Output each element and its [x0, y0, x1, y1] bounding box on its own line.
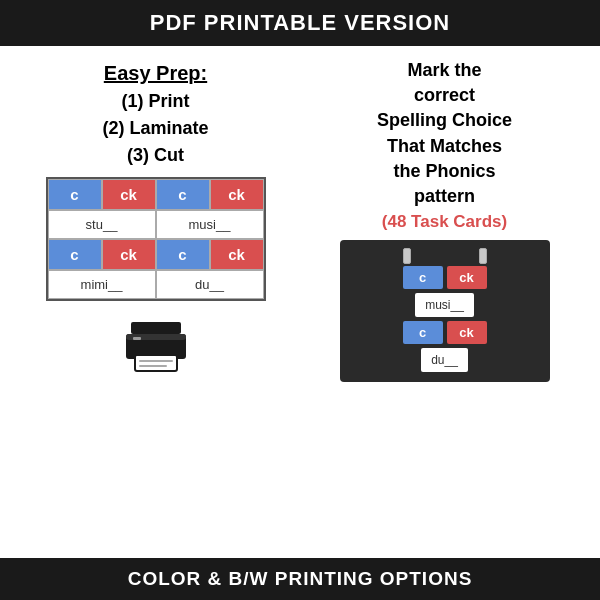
left-column: Easy Prep: (1) Print (2) Laminate (3) Cu… [16, 58, 295, 524]
cell-c4: c [156, 239, 210, 270]
photo-row-2: c ck [350, 321, 540, 344]
photo-cell-c2: c [403, 321, 443, 344]
right-column: Mark the correct Spelling Choice That Ma… [305, 58, 584, 524]
svg-rect-3 [133, 337, 141, 340]
clip-row [369, 250, 521, 264]
grid-row-3: c ck c ck [48, 239, 264, 270]
cell-c3: c [48, 239, 102, 270]
printer-icon [121, 317, 191, 381]
svg-rect-0 [131, 322, 181, 334]
bottom-banner: Color & B/W Printing Options [0, 558, 600, 600]
cell-ck4: ck [210, 239, 264, 270]
word-du: du__ [156, 270, 264, 299]
word-stu: stu__ [48, 210, 156, 239]
card-grid: c ck c ck stu__ musi__ c ck c ck mimi__ … [46, 177, 266, 301]
cell-ck1: ck [102, 179, 156, 210]
photo-word-row-2: du__ [350, 348, 540, 372]
clip-right [479, 248, 487, 264]
photo-word-du: du__ [421, 348, 468, 372]
cell-c2: c [156, 179, 210, 210]
grid-row-2: stu__ musi__ [48, 210, 264, 239]
photo-cell-c1: c [403, 266, 443, 289]
photo-cards: c ck musi__ c ck du__ [350, 266, 540, 372]
photo-mockup: c ck musi__ c ck du__ [340, 240, 550, 382]
photo-cell-ck1: ck [447, 266, 487, 289]
grid-row-1: c ck c ck [48, 179, 264, 210]
svg-rect-6 [139, 365, 167, 367]
svg-rect-4 [135, 355, 177, 371]
easy-prep-text: Easy Prep: (1) Print (2) Laminate (3) Cu… [102, 58, 208, 169]
photo-row-1: c ck [350, 266, 540, 289]
word-mimi: mimi__ [48, 270, 156, 299]
grid-row-4: mimi__ du__ [48, 270, 264, 299]
right-title: Mark the correct Spelling Choice That Ma… [377, 58, 512, 234]
cell-ck3: ck [102, 239, 156, 270]
photo-word-musi: musi__ [415, 293, 474, 317]
top-banner: PDF Printable Version [0, 0, 600, 46]
cell-ck2: ck [210, 179, 264, 210]
word-musi: musi__ [156, 210, 264, 239]
cell-c1: c [48, 179, 102, 210]
clip-left [403, 248, 411, 264]
photo-word-row-1: musi__ [350, 293, 540, 317]
photo-cell-ck2: ck [447, 321, 487, 344]
svg-rect-5 [139, 360, 173, 362]
